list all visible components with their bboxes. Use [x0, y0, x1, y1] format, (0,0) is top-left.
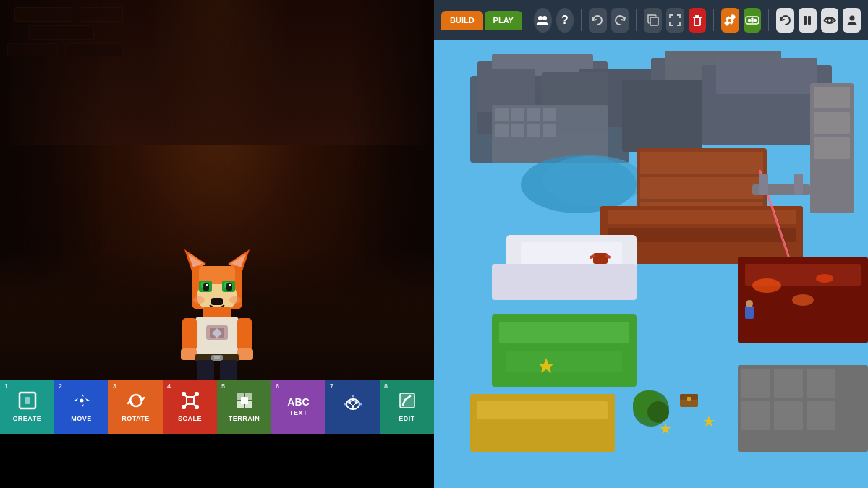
svg-point-152	[752, 18, 753, 20]
svg-rect-125	[741, 401, 770, 430]
svg-rect-110	[492, 264, 637, 300]
svg-rect-20	[203, 307, 231, 318]
svg-point-145	[538, 16, 542, 20]
fullscreen-btn[interactable]	[666, 8, 684, 33]
svg-marker-40	[82, 393, 84, 399]
svg-rect-28	[237, 348, 253, 360]
svg-rect-94	[814, 87, 850, 108]
svg-rect-45	[187, 397, 194, 404]
copy-btn[interactable]	[644, 8, 662, 33]
svg-rect-147	[650, 17, 658, 25]
svg-rect-148	[694, 17, 700, 25]
top-bar-right: BUILD PLAY ?	[434, 0, 868, 40]
pause-btn[interactable]	[799, 8, 817, 33]
build-tool-btn[interactable]	[721, 8, 739, 33]
svg-rect-88	[543, 108, 556, 121]
separator-3	[713, 9, 714, 31]
avatar-btn[interactable]	[843, 8, 861, 33]
separator-2	[636, 9, 637, 31]
mode-tabs: BUILD PLAY	[441, 11, 522, 30]
svg-rect-15	[206, 284, 208, 286]
svg-rect-157	[808, 16, 811, 25]
svg-rect-89	[495, 124, 509, 137]
redo-btn[interactable]	[611, 8, 629, 33]
ai-tool-btn[interactable]: 7	[326, 380, 380, 434]
svg-point-159	[849, 15, 854, 20]
refresh-btn[interactable]	[776, 8, 794, 33]
svg-rect-96	[814, 137, 850, 159]
separator-4	[768, 9, 769, 31]
svg-rect-104	[608, 210, 796, 224]
svg-rect-90	[511, 124, 524, 137]
svg-point-146	[542, 16, 547, 20]
svg-rect-27	[181, 348, 197, 360]
terrain-tool-btn[interactable]: 5 TERRAIN	[217, 380, 271, 434]
svg-rect-71	[400, 393, 414, 408]
svg-rect-137	[745, 306, 754, 319]
view-btn[interactable]	[821, 8, 839, 33]
delete-btn[interactable]	[689, 8, 707, 33]
svg-line-66	[349, 403, 353, 406]
play-tool-btn[interactable]	[744, 8, 762, 33]
community-icon-btn[interactable]	[534, 8, 552, 33]
svg-rect-112	[499, 322, 629, 343]
svg-point-119	[792, 294, 814, 306]
svg-rect-91	[527, 124, 540, 137]
rotate-tool-btn[interactable]: 3 ROTATE	[109, 380, 163, 434]
svg-marker-43	[83, 398, 90, 401]
svg-point-19	[229, 296, 241, 304]
svg-rect-127	[807, 401, 835, 430]
svg-marker-42	[74, 398, 80, 401]
svg-rect-122	[741, 369, 770, 398]
svg-rect-39	[25, 397, 30, 404]
fox-character	[174, 246, 260, 376]
svg-rect-115	[477, 401, 608, 419]
svg-rect-31	[214, 356, 220, 359]
svg-line-67	[353, 403, 357, 406]
scale-tool-btn[interactable]: 4 SCALE	[163, 380, 217, 434]
svg-rect-156	[804, 16, 807, 25]
svg-rect-95	[814, 112, 850, 134]
svg-rect-140	[760, 174, 768, 195]
svg-rect-53	[195, 406, 198, 408]
play-tab[interactable]: PLAY	[485, 11, 522, 30]
svg-rect-100	[640, 152, 763, 174]
svg-point-151	[749, 19, 751, 21]
svg-rect-101	[640, 177, 763, 199]
svg-rect-130	[687, 397, 691, 401]
svg-point-118	[752, 278, 781, 293]
world-view: BUILD PLAY ?	[434, 0, 868, 488]
undo-btn[interactable]	[589, 8, 607, 33]
svg-point-69	[359, 403, 362, 406]
svg-point-70	[344, 403, 346, 406]
help-icon-btn[interactable]: ?	[556, 8, 574, 33]
text-tool-btn[interactable]: 6 ABC TEXT	[271, 380, 326, 434]
svg-point-138	[746, 300, 753, 307]
svg-rect-124	[807, 369, 835, 398]
svg-rect-58	[245, 393, 252, 400]
svg-point-144	[647, 401, 669, 423]
svg-point-44	[80, 399, 83, 403]
build-tab[interactable]: BUILD	[441, 11, 483, 30]
bottom-toolbar: 1 CREATE 2	[0, 380, 434, 434]
svg-rect-149	[728, 19, 731, 22]
svg-rect-57	[237, 393, 244, 400]
app: 1 CREATE 2	[0, 0, 868, 488]
svg-rect-16	[229, 284, 231, 286]
svg-marker-41	[82, 402, 84, 408]
svg-rect-50	[182, 393, 185, 395]
create-tool-btn[interactable]: 1 CREATE	[0, 380, 54, 434]
svg-rect-126	[774, 401, 803, 430]
edit-tool-btn[interactable]: 8 EDIT	[380, 380, 434, 434]
svg-rect-85	[495, 108, 509, 121]
svg-point-154	[754, 19, 757, 21]
svg-rect-17	[211, 298, 223, 305]
left-panel: 1 CREATE 2	[0, 0, 434, 434]
main-area: 1 CREATE 2	[0, 0, 868, 488]
svg-point-153	[752, 21, 753, 22]
move-tool-btn[interactable]: 2 MOVE	[54, 380, 109, 434]
separator-1	[581, 9, 582, 31]
svg-point-158	[827, 18, 832, 22]
svg-rect-51	[195, 393, 198, 395]
svg-point-98	[542, 155, 644, 206]
